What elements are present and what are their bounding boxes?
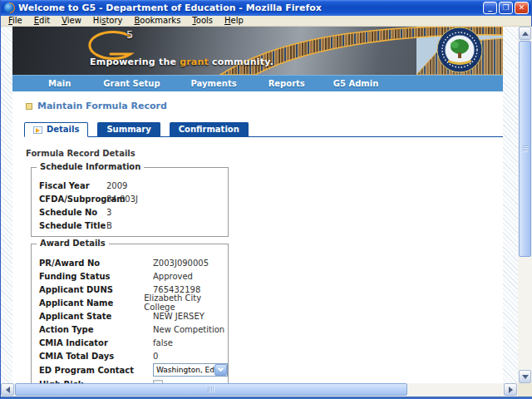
department-of-education-seal xyxy=(437,27,482,72)
scroll-up-button[interactable] xyxy=(519,27,531,40)
firefox-icon xyxy=(4,2,15,13)
close-button[interactable]: ✕ xyxy=(515,2,529,14)
menu-history[interactable]: History xyxy=(87,16,129,26)
main-navbar: Main Grant Setup Payments Reports G5 Adm… xyxy=(12,75,503,91)
field-cfda-subprogram: CFDA/Subprogram 84.003J xyxy=(32,192,228,205)
nav-grant-setup[interactable]: Grant Setup xyxy=(103,79,160,88)
g5-logo-five: 5 xyxy=(126,28,133,41)
page-title: Maintain Formula Record xyxy=(37,101,167,111)
menu-tools[interactable]: Tools xyxy=(186,16,219,26)
scroll-right-button[interactable] xyxy=(504,383,517,396)
field-fiscal-year: Fiscal Year 2009 xyxy=(32,179,228,192)
window-titlebar: Welcome to G5 - Department of Education … xyxy=(1,0,531,16)
tab-details[interactable]: Details xyxy=(24,122,88,137)
tab-confirmation[interactable]: Confirmation xyxy=(170,122,249,136)
combo-dropdown-button[interactable] xyxy=(214,364,227,376)
banner-tagline: Empowering the grant community. xyxy=(90,57,273,67)
restore-button[interactable]: ❐ xyxy=(499,2,513,14)
field-cmia-indicator: CMIA Indicator false xyxy=(32,336,228,349)
field-applicant-state: Applicant State NEW JERSEY xyxy=(32,309,228,323)
field-schedule-no: Schedule No 3 xyxy=(32,205,228,219)
scroll-left-button[interactable] xyxy=(1,383,14,396)
record-tabs: Details Summary Confirmation xyxy=(24,122,503,137)
horizontal-scrollbar[interactable] xyxy=(1,383,518,397)
vertical-scrollbar-thumb[interactable] xyxy=(519,41,531,257)
award-details-fieldset: Award Details PR/Award No Z003J090005 Fu… xyxy=(31,244,229,383)
scrollbar-corner xyxy=(518,383,532,397)
page-title-icon xyxy=(26,103,32,110)
nav-main[interactable]: Main xyxy=(48,79,71,88)
field-applicant-name: Applicant Name Elizabeth City College xyxy=(32,296,228,309)
chevron-down-icon xyxy=(218,366,224,372)
award-details-legend: Award Details xyxy=(37,239,109,248)
field-action-type: Action Type New Competition xyxy=(32,323,228,336)
field-pr-award-no: PR/Award No Z003J090005 xyxy=(32,256,228,269)
minimize-button[interactable]: _ xyxy=(483,2,497,14)
menu-view[interactable]: View xyxy=(56,16,87,26)
section-title: Formula Record Details xyxy=(26,149,135,158)
browser-menubar: File Edit View History Bookmarks Tools H… xyxy=(1,16,531,27)
ed-program-contact-select[interactable]: Washington, Ed xyxy=(153,363,228,377)
field-schedule-title: Schedule Title B xyxy=(32,219,228,232)
menu-file[interactable]: File xyxy=(2,16,28,26)
browser-window: Welcome to G5 - Department of Education … xyxy=(0,0,532,399)
schedule-information-legend: Schedule Information xyxy=(37,162,144,171)
nav-payments[interactable]: Payments xyxy=(191,79,237,88)
vertical-scrollbar[interactable] xyxy=(518,27,532,383)
tab-summary[interactable]: Summary xyxy=(97,122,160,136)
scroll-down-button[interactable] xyxy=(519,370,531,383)
schedule-information-fieldset: Schedule Information Fiscal Year 2009 CF… xyxy=(31,167,229,237)
horizontal-scrollbar-thumb[interactable] xyxy=(15,383,407,396)
field-cmia-total-days: CMIA Total Days 0 xyxy=(32,349,228,362)
window-title: Welcome to G5 - Department of Education … xyxy=(18,2,483,13)
banner-art: ∫ f(x) dx = Σ xyxy=(12,27,503,75)
g5-page: ∫ f(x) dx = Σ xyxy=(12,27,503,383)
field-high-risk: High Risk xyxy=(32,377,228,383)
menu-bookmarks[interactable]: Bookmarks xyxy=(128,16,186,26)
g5-banner: ∫ f(x) dx = Σ xyxy=(12,27,503,75)
active-tab-icon xyxy=(33,126,42,134)
nav-g5-admin[interactable]: G5 Admin xyxy=(333,79,379,88)
menu-edit[interactable]: Edit xyxy=(28,16,56,26)
nav-reports[interactable]: Reports xyxy=(268,79,305,88)
field-funding-status: Funding Status Approved xyxy=(32,269,228,283)
menu-help[interactable]: Help xyxy=(219,16,249,26)
g5-logo xyxy=(90,32,131,59)
field-ed-program-contact: ED Program Contact Washington, Ed xyxy=(32,362,228,377)
page-background: ∫ f(x) dx = Σ xyxy=(1,27,518,383)
